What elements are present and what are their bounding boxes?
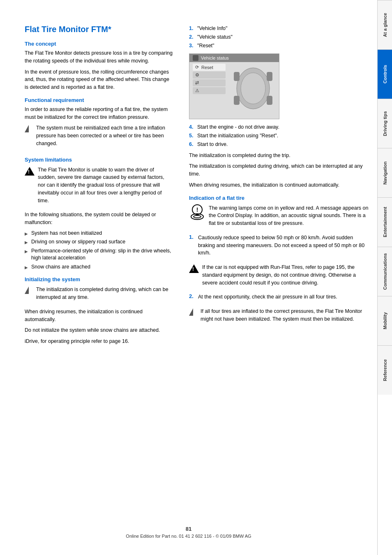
step-text: Start the engine - do not drive away. [197,123,279,131]
menu-label-reset: Reset [201,65,213,70]
bullet-arrow-icon: ▶ [25,231,29,237]
footer-text: Online Edition for Part no. 01 41 2 602 … [0,534,377,539]
step-num: 5. [189,132,195,140]
init-text2: The initialization is completed during d… [189,162,369,178]
step2-note-box: If all four tires are inflated to the co… [189,308,369,326]
list-item: 5.Start the initialization using "Reset"… [189,132,369,140]
sidebar-tab-driving-tips[interactable]: Driving tips [378,99,392,148]
triangle-note-icon-2 [25,287,33,295]
vehicle-status-menu: ⟳ Reset ⚙ ⇄ ⚠ [193,64,226,94]
triangle-shape [25,125,29,132]
concept-text1: The Flat Tire Monitor detects pressure l… [25,49,173,65]
functional-note-box: The system must be reinitialized each ti… [25,124,173,150]
list-item-text: System has not been initialized [31,230,102,237]
list-item: ▶Driving on snowy or slippery road surfa… [25,238,173,246]
sidebar-tab-mobility[interactable]: Mobility [378,296,392,345]
step-text: Start the initialization using "Reset". [197,132,278,140]
list-text: "Vehicle Info" [197,25,228,32]
list-num: 3. [189,42,195,50]
sidebar-tab-communications[interactable]: Communications [378,247,392,296]
init-text3: When driving resumes, the initialization… [189,181,369,189]
system-limitations-warning: The Flat Tire Monitor is unable to warn … [38,166,173,205]
menu-icon-4: ⚠ [195,88,199,93]
list-item: 3."Reset" [189,42,369,50]
page-title: Flat Tire Monitor FTM* [25,25,173,34]
system-limitations-text: In the following situations, the system … [25,211,173,227]
list-num: 1. [189,25,195,32]
svg-rect-4 [234,96,240,105]
initializing-note: The initialization is completed during d… [36,286,173,301]
triangle-note-icon-3 [189,308,197,317]
step1-row: 1. Cautiously reduce speed to below 50 m… [189,234,369,260]
list-num: 2. [189,33,195,41]
list-item: 6.Start to drive. [189,141,369,148]
step2-row: 2. At the next opportunity, check the ai… [189,293,369,304]
step2-text: At the next opportunity, check the air p… [198,293,337,301]
left-column: Flat Tire Monitor FTM* The concept The F… [25,25,177,530]
list-item: 1."Vehicle Info" [189,25,369,32]
functional-text1: In order to assure the reliable reportin… [25,106,173,121]
page-footer: 81 Online Edition for Part no. 01 41 2 6… [0,526,377,539]
step-num: 6. [189,141,195,148]
step1-warning: If the car is not equipped with Run-Flat… [202,264,369,287]
init-text1: The initialization is completed during t… [189,152,369,160]
flat-tire-icon-box: ! The warning lamps come on in yellow an… [189,204,369,231]
warning-triangle-icon [25,167,35,176]
list-item: ▶System has not been initialized [25,230,173,237]
list-item: 4.Start the engine - do not drive away. [189,123,369,131]
top-ordered-list: 1."Vehicle Info"2."Vehicle status"3."Res… [189,25,369,49]
triangle-shape-2 [25,287,29,294]
sidebar-tab-navigation[interactable]: Navigation [378,148,392,197]
sidebar-tab-controls[interactable]: Controls [378,49,392,99]
list-text: "Reset" [197,42,214,50]
sidebar: At a glanceControlsDriving tipsNavigatio… [377,0,392,555]
vehicle-status-label: Vehicle status [201,56,229,60]
concept-heading: The concept [25,41,173,47]
flat-tire-symbol: ! [189,204,205,220]
functional-note: The system must be reinitialized each ti… [36,124,173,147]
step2-num: 2. [189,293,196,304]
triangle-shape-3 [189,308,193,316]
limitations-list: ▶System has not been initialized▶Driving… [25,230,173,271]
system-limitations-warning-box: The Flat Tire Monitor is unable to warn … [25,166,173,208]
step-text: Start to drive. [197,141,228,148]
initializing-heading: Initializing the system [25,276,173,282]
svg-rect-5 [267,96,272,105]
menu-icon-1: ⟳ [195,65,199,70]
flat-tire-heading: Indication of a flat tire [189,195,369,201]
step-num: 4. [189,123,195,131]
svg-rect-2 [234,72,240,81]
step1-text: Cautiously reduce speed to below 50 mph … [198,234,369,257]
triangle-note-icon [25,125,33,134]
menu-item-1[interactable]: ⟳ Reset [193,64,226,71]
menu-item-4[interactable]: ⚠ [193,87,226,94]
list-item: ▶Performance-oriented style of driving: … [25,247,173,262]
menu-item-3[interactable]: ⇄ [193,79,226,86]
list-item: 2."Vehicle status" [189,33,369,41]
initializing-idrive: iDrive, for operating principle refer to… [25,338,173,345]
vehicle-status-image: Vehicle status ⟳ Reset ⚙ ⇄ ⚠ [189,53,279,119]
sidebar-tab-entertainment[interactable]: Entertainment [378,197,392,247]
step1-warning-box: If the car is not equipped with Run-Flat… [189,264,369,290]
sidebar-tab-reference[interactable]: Reference [378,345,392,395]
list-text: "Vehicle status" [197,33,233,41]
list-item-text: Snow chains are attached [31,264,90,271]
right-column: 1."Vehicle Info"2."Vehicle status"3."Res… [185,25,369,530]
page-number: 81 [0,526,377,532]
svg-point-1 [241,73,265,104]
steps-after-image: 4.Start the engine - do not drive away.5… [189,123,369,148]
car-svg [231,64,276,113]
bullet-arrow-icon: ▶ [25,249,29,254]
functional-heading: Functional requirement [25,97,173,103]
list-item-text: Driving on snowy or slippery road surfac… [31,238,125,246]
list-item: ▶Snow chains are attached [25,264,173,271]
flat-tire-text: The warning lamps come on in yellow and … [209,204,369,227]
sidebar-tab-at-a-glance[interactable]: At a glance [378,0,392,49]
menu-item-2[interactable]: ⚙ [193,72,226,79]
main-content: Flat Tire Monitor FTM* The concept The F… [0,0,377,555]
initializing-note-box: The initialization is completed during d… [25,286,173,305]
menu-icon-3: ⇄ [195,80,199,86]
step1-num: 1. [189,234,196,260]
menu-icon-2: ⚙ [195,72,199,78]
car-illustration [231,64,276,113]
